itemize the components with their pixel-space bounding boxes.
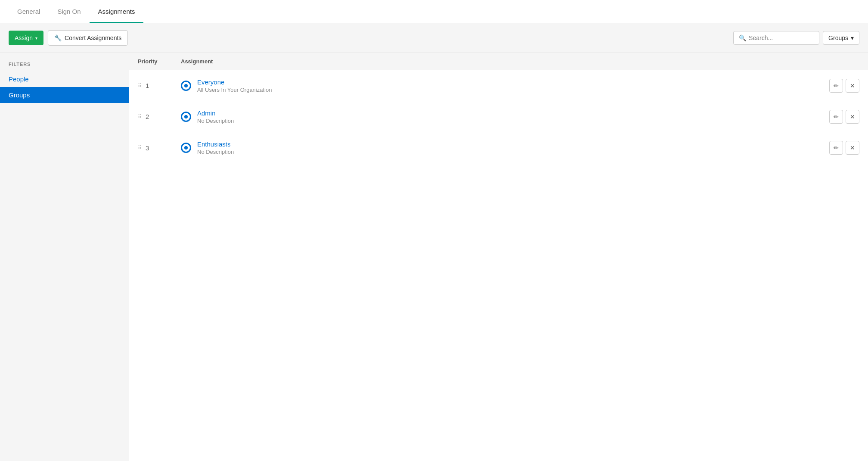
cell-priority-2: ⠿ 2 — [129, 113, 172, 120]
radio-icon — [181, 112, 191, 122]
assignment-name[interactable]: Admin — [197, 109, 234, 117]
close-icon: ✕ — [850, 144, 855, 151]
column-assignment: Assignment — [172, 53, 825, 70]
groups-dropdown[interactable]: Groups ▾ — [823, 31, 859, 45]
drag-handle-icon[interactable]: ⠿ — [138, 83, 142, 89]
tabs-bar: General Sign On Assignments — [0, 0, 868, 23]
tab-general[interactable]: General — [9, 0, 49, 23]
assignment-name[interactable]: Everyone — [197, 78, 272, 86]
radio-icon — [181, 81, 191, 91]
edit-icon: ✏ — [834, 82, 839, 89]
edit-button[interactable]: ✏ — [829, 141, 843, 155]
toolbar-right: 🔍 Groups ▾ — [733, 31, 859, 45]
toolbar: Assign ▾ 🔧 Convert Assignments 🔍 Groups … — [0, 23, 868, 53]
convert-label: Convert Assignments — [65, 34, 121, 41]
assign-button[interactable]: Assign ▾ — [9, 31, 43, 45]
sidebar: FILTERS People Groups — [0, 53, 129, 461]
remove-button[interactable]: ✕ — [846, 141, 859, 155]
cell-actions-2: ✏ ✕ — [821, 110, 868, 124]
groups-dropdown-label: Groups — [828, 34, 848, 41]
remove-button[interactable]: ✕ — [846, 79, 859, 93]
search-icon: 🔍 — [739, 34, 746, 41]
tab-sign-on[interactable]: Sign On — [49, 0, 89, 23]
cell-priority-3: ⠿ 3 — [129, 144, 172, 152]
table-row: ⠿ 1 Everyone All Users In Your Organizat… — [129, 70, 868, 101]
table-header: Priority Assignment — [129, 53, 868, 70]
chevron-down-icon: ▾ — [35, 36, 37, 40]
priority-number: 1 — [146, 82, 149, 89]
cell-assignment-2: Admin No Description — [172, 109, 821, 124]
drag-handle-icon[interactable]: ⠿ — [138, 114, 142, 120]
cell-assignment-1: Everyone All Users In Your Organization — [172, 78, 821, 93]
table-row: ⠿ 2 Admin No Description ✏ ✕ — [129, 101, 868, 132]
assign-label: Assign — [15, 34, 33, 41]
cell-actions-3: ✏ ✕ — [821, 141, 868, 155]
search-input[interactable] — [749, 34, 814, 41]
cell-actions-1: ✏ ✕ — [821, 79, 868, 93]
column-priority: Priority — [129, 53, 172, 70]
filters-label: FILTERS — [0, 62, 129, 71]
sidebar-item-people[interactable]: People — [0, 71, 129, 87]
convert-assignments-button[interactable]: 🔧 Convert Assignments — [48, 30, 128, 46]
cell-priority-1: ⠿ 1 — [129, 82, 172, 89]
tab-assignments[interactable]: Assignments — [90, 0, 144, 23]
edit-icon: ✏ — [834, 113, 839, 120]
search-box[interactable]: 🔍 — [733, 31, 819, 45]
remove-button[interactable]: ✕ — [846, 110, 859, 124]
sidebar-item-groups[interactable]: Groups — [0, 87, 129, 103]
close-icon: ✕ — [850, 113, 855, 120]
main-content: FILTERS People Groups Priority Assignmen… — [0, 53, 868, 461]
priority-number: 2 — [146, 113, 149, 120]
table-area: Priority Assignment ⠿ 1 Everyone All Use… — [129, 53, 868, 461]
edit-button[interactable]: ✏ — [829, 110, 843, 124]
chevron-down-icon: ▾ — [851, 34, 854, 41]
assignment-info-1: Everyone All Users In Your Organization — [197, 78, 272, 93]
wrench-icon: 🔧 — [54, 34, 62, 41]
assignment-desc: All Users In Your Organization — [197, 87, 272, 93]
assignment-info-3: Enthusiasts No Description — [197, 140, 234, 155]
radio-icon — [181, 143, 191, 153]
priority-number: 3 — [146, 144, 149, 152]
table-row: ⠿ 3 Enthusiasts No Description ✏ ✕ — [129, 132, 868, 163]
assignment-info-2: Admin No Description — [197, 109, 234, 124]
assignment-desc: No Description — [197, 118, 234, 124]
edit-icon: ✏ — [834, 144, 839, 151]
assignment-desc: No Description — [197, 149, 234, 155]
close-icon: ✕ — [850, 82, 855, 89]
drag-handle-icon[interactable]: ⠿ — [138, 145, 142, 151]
cell-assignment-3: Enthusiasts No Description — [172, 140, 821, 155]
edit-button[interactable]: ✏ — [829, 79, 843, 93]
assignment-name[interactable]: Enthusiasts — [197, 140, 234, 148]
